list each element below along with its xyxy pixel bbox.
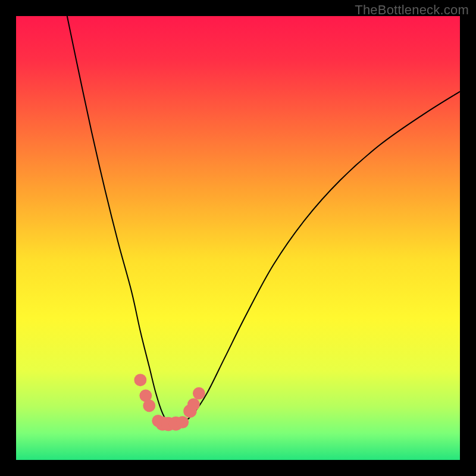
chart-container: TheBottleneck.com [0,0,476,476]
curve-marker [187,398,200,411]
curve-marker [176,416,189,428]
gradient-background [16,16,460,460]
chart-svg [16,16,460,460]
watermark-text: TheBottleneck.com [355,2,469,18]
plot-area [16,16,460,460]
curve-marker [193,387,205,400]
curve-marker [134,374,146,386]
curve-marker [143,400,155,412]
